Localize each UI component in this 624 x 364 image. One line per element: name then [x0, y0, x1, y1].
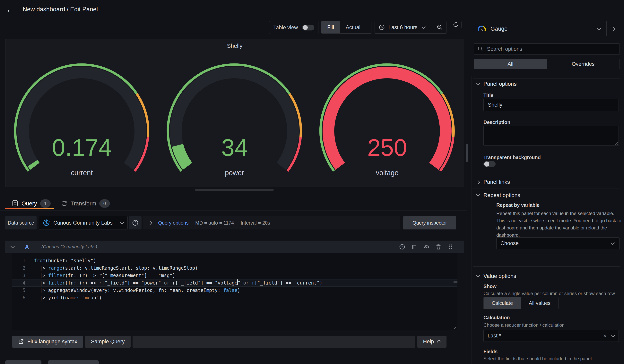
collapse-chevron-icon[interactable] — [11, 244, 15, 248]
calculation-select[interactable]: Last * × — [483, 330, 619, 342]
all-values-option[interactable]: All values — [521, 297, 558, 309]
tab-overrides[interactable]: Overrides — [547, 59, 620, 69]
sample-query-button[interactable]: Sample Query — [85, 336, 130, 348]
duplicate-query-button[interactable] — [411, 244, 417, 250]
search-options-box[interactable] — [474, 43, 620, 55]
calculation-value: Last * — [488, 333, 501, 339]
section-panel-options[interactable]: Panel options — [483, 81, 517, 87]
transparent-bg-toggle[interactable] — [483, 161, 495, 167]
visualization-picker[interactable]: 79 Gauge — [473, 21, 620, 36]
chevron-right-icon — [611, 26, 615, 31]
search-options-input[interactable] — [487, 46, 605, 52]
description-textarea[interactable] — [483, 126, 619, 146]
datasource-picker[interactable]: Curious Community Labs — [39, 216, 128, 229]
toggle-viz-pane-button[interactable] — [607, 21, 620, 36]
fill-button[interactable]: Fill — [321, 21, 340, 33]
options-filter-tabs: All Overrides — [474, 59, 620, 69]
divider — [0, 210, 467, 211]
table-view-toggle[interactable] — [302, 25, 314, 30]
tab-query[interactable]: Query 1 — [12, 198, 51, 208]
panel-title-input[interactable] — [488, 102, 615, 108]
gauge-value: 250 — [311, 134, 464, 161]
divider — [473, 188, 620, 188]
code-token: filter — [48, 279, 65, 286]
drag-handle-icon[interactable] — [447, 244, 454, 250]
flux-syntax-button[interactable]: Flux language syntax — [12, 336, 83, 348]
calculation-desc: Choose a reducer function / calculation — [483, 322, 624, 328]
section-panel-links[interactable]: Panel links — [483, 179, 510, 185]
actual-button[interactable]: Actual — [340, 21, 366, 33]
editor-footer: Flux language syntax Sample Query Help — [12, 336, 457, 348]
tab-transform-count: 0 — [99, 199, 110, 207]
datasource-help-button[interactable]: ? — [129, 216, 142, 229]
help-circle-icon: ? — [132, 220, 139, 226]
show-label: Show — [483, 284, 496, 289]
query-inspector-button[interactable]: Query inspector — [403, 216, 456, 229]
help-button[interactable]: Help — [417, 336, 446, 348]
indent-guide — [50, 261, 50, 305]
panel-preview: Shelly 0.174 current 34 power 250 voltag… — [5, 39, 464, 187]
query-help-button[interactable]: ? — [399, 244, 405, 250]
tab-query-count: 1 — [40, 199, 51, 207]
time-range-group: Last 6 hours — [375, 21, 446, 34]
gauge-value: 0.174 — [5, 134, 158, 161]
repeat-variable-select[interactable]: Choose — [496, 237, 620, 249]
chevron-down-icon — [421, 25, 426, 29]
query-options-strip: Query options MD = auto = 1174 Interval … — [143, 216, 400, 229]
table-view-label: Table view — [273, 25, 298, 31]
panel-resize-handle[interactable] — [195, 189, 274, 191]
code-line[interactable]: 3 |> filter(fn: (r) => r["_measurement"]… — [12, 272, 457, 279]
back-arrow-icon[interactable]: ← — [6, 4, 14, 14]
delete-query-button[interactable] — [435, 244, 442, 250]
add-expression-button-cutoff[interactable] — [48, 360, 99, 364]
tab-transform-label: Transform — [71, 200, 96, 207]
textarea-resize-handle[interactable] — [615, 142, 618, 145]
code-line[interactable]: 5 |> aggregateWindow(every: v.windowPeri… — [12, 287, 457, 294]
calculate-option[interactable]: Calculate — [484, 297, 521, 309]
refresh-button[interactable] — [450, 21, 462, 28]
tab-all[interactable]: All — [474, 59, 547, 69]
code-token: range — [48, 264, 62, 272]
overview-ruler-mark — [454, 281, 457, 283]
search-icon — [478, 46, 483, 52]
query-options-link[interactable]: Query options — [158, 220, 189, 226]
scrollbar-thumb[interactable] — [466, 144, 468, 162]
clock-icon — [379, 24, 385, 30]
code-token: false — [223, 287, 237, 294]
gauge-label: current — [5, 169, 158, 177]
gauge-arc — [5, 48, 158, 183]
gauge-label: voltage — [311, 169, 464, 177]
hide-query-button[interactable] — [423, 244, 430, 250]
gauge-current: 0.174 current — [5, 48, 158, 183]
svg-text:?: ? — [134, 221, 136, 225]
repeat-group-guide — [487, 201, 487, 250]
influxdb-icon — [43, 219, 50, 227]
chevron-down-icon — [611, 333, 615, 337]
add-query-button-cutoff[interactable] — [5, 360, 41, 364]
zoom-out-button[interactable] — [433, 21, 446, 33]
time-range-picker[interactable]: Last 6 hours — [375, 24, 433, 30]
clear-icon[interactable]: × — [603, 333, 607, 339]
query-ref-id: A — [25, 244, 29, 250]
tab-transform[interactable]: Transform 0 — [61, 198, 110, 208]
transparent-bg-label: Transparent background — [483, 155, 541, 160]
tab-query-label: Query — [22, 200, 37, 207]
section-repeat-options[interactable]: Repeat options — [483, 192, 520, 198]
max-data-points-stat: MD = auto = 1174 — [195, 220, 234, 226]
code-line[interactable]: 4 |> filter(fn: (r) => r["_field"] == "p… — [12, 279, 457, 287]
time-range-label: Last 6 hours — [389, 24, 417, 30]
section-value-options[interactable]: Value options — [483, 273, 516, 279]
copy-icon — [411, 244, 417, 250]
chevron-right-icon[interactable] — [148, 221, 152, 225]
code-token: from — [34, 257, 45, 264]
chevron-down-icon — [120, 220, 124, 224]
code-token: (start: v.timeRangeStart, stop: v.timeRa… — [62, 264, 198, 272]
code-line[interactable]: 2 |> range(start: v.timeRangeStart, stop… — [12, 264, 457, 272]
flux-code-editor[interactable]: 1from(bucket: "shelly")2 |> range(start:… — [12, 253, 457, 330]
line-number: 5 — [12, 287, 34, 294]
help-circle-icon: ? — [399, 244, 405, 250]
query-row-header[interactable]: A (Curious Community Labs) ? — [5, 241, 464, 253]
gauge-viz-icon: 79 — [477, 25, 487, 33]
code-line[interactable]: 6 |> yield(name: "mean") — [12, 294, 457, 301]
code-line[interactable]: 1from(bucket: "shelly") — [12, 257, 457, 264]
